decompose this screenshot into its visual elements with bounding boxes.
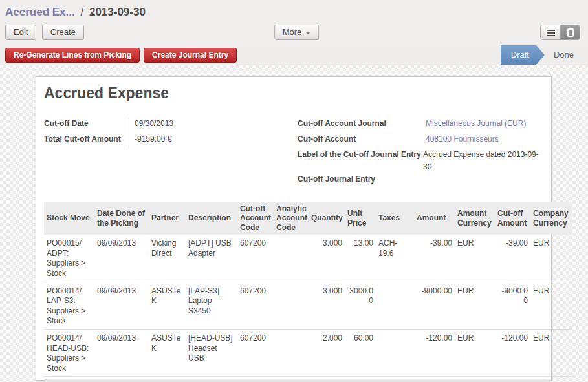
- field-value-link[interactable]: Miscellaneous Journal (EUR): [426, 118, 526, 133]
- page-title: Accrued Expense: [44, 85, 543, 102]
- column-header: Unit Price: [345, 202, 376, 235]
- field-groups: Cut-off Date09/30/2013Total Cut-off Amou…: [44, 118, 543, 189]
- content-area: Accrued Expense Cut-off Date09/30/2013To…: [0, 65, 588, 381]
- form-header-bar: Re-Generate Lines from Picking Create Jo…: [0, 45, 588, 65]
- table-cell: PO00014/​LAP-S3: Suppliers > Stock: [44, 282, 94, 329]
- table-cell: [ADPT] USB Adapter: [186, 235, 237, 282]
- top-bar: Accrued Ex... / 2013-09-30 Edit Create M…: [0, 0, 588, 45]
- field-label: Cut-off Account: [298, 133, 426, 149]
- form-view-button[interactable]: [560, 25, 580, 39]
- more-button[interactable]: More: [274, 25, 320, 40]
- table-head: Stock MoveDate Done of the PickingPartne…: [44, 202, 572, 235]
- chevron-down-icon: [305, 32, 310, 34]
- table-cell: 607200: [237, 282, 274, 329]
- field-row: Label of the Cut-off Journal EntryAccrue…: [298, 149, 543, 173]
- column-header: Partner: [149, 202, 186, 235]
- view-switcher: [540, 25, 580, 40]
- toolbar: Edit Create More: [5, 25, 583, 41]
- table-cell: 3.000: [309, 282, 345, 329]
- create-journal-entry-button[interactable]: Create Journal Entry: [144, 48, 237, 63]
- horizontal-scrollbar[interactable]: [44, 379, 550, 382]
- field-value: Accrued Expense dated 2013-09-30: [423, 149, 543, 173]
- field-label: Cut-off Date: [44, 118, 129, 133]
- regenerate-lines-button[interactable]: Re-Generate Lines from Picking: [5, 48, 140, 63]
- table-cell: EUR: [530, 282, 572, 329]
- create-button[interactable]: Create: [42, 25, 84, 40]
- table-cell: Vicking Direct: [149, 235, 186, 282]
- table-cell: 607200: [237, 329, 274, 376]
- breadcrumb-parent-link[interactable]: Accrued Ex...: [5, 6, 75, 18]
- field-row: Cut-off Account408100 Fournisseurs: [298, 133, 543, 149]
- column-header: Cut-off Account Code: [237, 202, 274, 235]
- field-value: 09/30/2013: [129, 118, 173, 133]
- column-header: Company Currency: [530, 202, 572, 235]
- table-cell: [274, 282, 309, 329]
- breadcrumb-separator: /: [78, 6, 86, 18]
- column-header: Date Done of the Picking: [94, 202, 149, 235]
- table-body: PO00015/​ADPT: Suppliers > Stock09/09/20…: [44, 235, 572, 377]
- table-cell: 3.000: [309, 235, 345, 282]
- table-cell: 2.000: [309, 329, 345, 376]
- form-view-icon: [567, 28, 574, 37]
- field-row: Cut-off Date09/30/2013: [44, 118, 298, 133]
- table-cell: ASUSTeK: [149, 329, 186, 376]
- table-header-row: Stock MoveDate Done of the PickingPartne…: [44, 202, 572, 235]
- column-header: Quantity: [309, 202, 345, 235]
- table-cell: -120.00: [414, 329, 455, 376]
- table-cell: 09/09/2013: [94, 329, 149, 376]
- column-header: Description: [186, 202, 237, 235]
- table-cell: -39.00: [495, 235, 530, 282]
- table-cell: PO00014/​HEAD-USB: Suppliers > Stock: [44, 329, 94, 376]
- table-cell: -9000.00: [414, 282, 455, 329]
- field-label: Label of the Cut-off Journal Entry: [298, 149, 423, 173]
- table-cell: [274, 235, 309, 282]
- fields-left: Cut-off Date09/30/2013Total Cut-off Amou…: [44, 118, 298, 189]
- table-cell: [LAP-S3] Laptop S3450: [186, 282, 237, 329]
- table-cell: PO00015/​ADPT: Suppliers > Stock: [44, 235, 94, 282]
- edit-button[interactable]: Edit: [5, 25, 36, 40]
- fields-right: Cut-off Account JournalMiscellaneous Jou…: [298, 118, 543, 189]
- table-cell: -9000.00: [495, 282, 530, 329]
- table-cell: 3000.00: [345, 282, 376, 329]
- column-header: Analytic Account Code: [274, 202, 309, 235]
- field-row: Cut-off Journal Entry: [298, 173, 543, 189]
- table-cell: [HEAD-USB] Headset USB: [186, 329, 237, 376]
- table-row[interactable]: PO00015/​ADPT: Suppliers > Stock09/09/20…: [44, 235, 572, 282]
- column-header: Amount: [414, 202, 455, 235]
- column-header: Amount Currency: [455, 202, 495, 235]
- list-view-button[interactable]: [541, 25, 560, 39]
- field-label: Total Cut-off Amount: [44, 133, 129, 149]
- field-row: Cut-off Account JournalMiscellaneous Jou…: [298, 118, 543, 133]
- table-cell: EUR: [530, 329, 572, 376]
- table-cell: 607200: [237, 235, 274, 282]
- table-cell: EUR: [455, 329, 495, 376]
- table-cell: 13.00: [345, 235, 376, 282]
- table-cell: ACH-19.6: [376, 235, 414, 282]
- table-cell: [274, 329, 309, 376]
- field-label: Cut-off Account Journal: [298, 118, 426, 133]
- table-cell: EUR: [530, 235, 572, 282]
- form-sheet: Accrued Expense Cut-off Date09/30/2013To…: [36, 76, 552, 381]
- table-cell: ASUSTeK: [149, 282, 186, 329]
- column-header: Cut-off Amount: [495, 202, 530, 235]
- table-cell: [376, 329, 414, 376]
- statusbar: DraftDone: [501, 45, 583, 65]
- table-cell: EUR: [455, 282, 495, 329]
- column-header: Taxes: [376, 202, 414, 235]
- table-cell: -39.00: [414, 235, 455, 282]
- field-label: Cut-off Journal Entry: [298, 173, 426, 189]
- table-row[interactable]: PO00014/​HEAD-USB: Suppliers > Stock09/0…: [44, 329, 572, 376]
- field-value-link[interactable]: 408100 Fournisseurs: [426, 133, 499, 149]
- table-cell: 60.00: [345, 329, 376, 376]
- column-header: Stock Move: [44, 202, 94, 235]
- status-step-done: Done: [545, 45, 583, 65]
- status-step-draft: Draft: [501, 45, 545, 65]
- table-cell: EUR: [455, 235, 495, 282]
- table-row[interactable]: PO00014/​LAP-S3: Suppliers > Stock09/09/…: [44, 282, 572, 329]
- cutoff-lines-table: Stock MoveDate Done of the PickingPartne…: [44, 202, 572, 377]
- field-value: -9159.00 €: [129, 133, 171, 149]
- table-cell: 09/09/2013: [94, 235, 149, 282]
- breadcrumb-current: 2013-09-30: [89, 6, 146, 18]
- list-view-icon: [547, 30, 555, 36]
- table-cell: [376, 282, 414, 329]
